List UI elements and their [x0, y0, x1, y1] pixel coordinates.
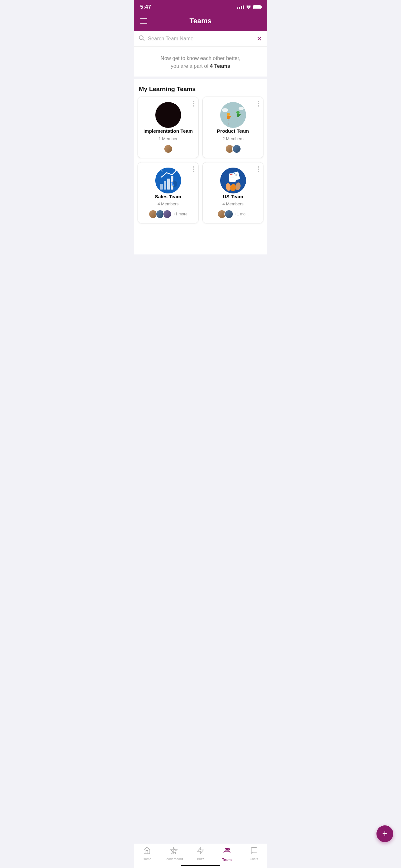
section-header: My Learning Teams — [134, 79, 267, 97]
team-name-us: US Team — [207, 193, 259, 200]
team-members-product: 2 Members — [207, 136, 259, 141]
app-header: Teams — [134, 13, 267, 31]
team-card-implementation[interactable]: Implementation Team 1 Member — [137, 97, 198, 158]
svg-rect-8 — [237, 114, 239, 117]
card-menu-implementation[interactable] — [193, 101, 194, 106]
status-bar: 5:47 — [134, 0, 267, 13]
team-card-us[interactable]: US Team 4 Members +1 mo... — [203, 162, 264, 224]
svg-point-0 — [140, 35, 143, 39]
search-input[interactable] — [148, 36, 257, 42]
section-title: My Learning Teams — [139, 86, 196, 92]
member-avatar — [224, 210, 234, 219]
teams-grid: Implementation Team 1 Member — [134, 97, 267, 228]
svg-point-3 — [222, 108, 228, 112]
member-avatar — [232, 144, 241, 153]
card-menu-sales[interactable] — [193, 166, 194, 172]
svg-rect-13 — [164, 181, 166, 190]
svg-point-4 — [239, 107, 244, 110]
status-time: 5:47 — [140, 4, 151, 10]
svg-text:LES: LES — [157, 169, 163, 173]
svg-rect-23 — [230, 175, 233, 175]
team-card-product[interactable]: Product Team 2 Members — [203, 97, 264, 158]
svg-point-7 — [236, 111, 240, 114]
svg-point-5 — [227, 113, 230, 116]
member-avatars-implementation — [142, 144, 194, 153]
member-avatars-product — [207, 144, 259, 153]
teams-count: 4 Teams — [210, 63, 230, 69]
team-name-implementation: Implementation Team — [142, 128, 194, 134]
card-menu-product[interactable] — [258, 101, 259, 106]
team-card-sales[interactable]: LES Sales Team 4 Members +1 more — [137, 162, 198, 224]
svg-rect-14 — [167, 179, 170, 190]
card-menu-us[interactable] — [258, 166, 259, 172]
svg-rect-26 — [230, 178, 235, 178]
team-avatar-sales: LES — [155, 167, 181, 193]
search-icon — [139, 35, 145, 42]
status-icons — [237, 4, 261, 10]
svg-point-18 — [171, 181, 177, 187]
subtitle-text: Now get to know each other better, you a… — [140, 55, 261, 70]
team-members-sales: 4 Members — [142, 202, 194, 206]
team-name-sales: Sales Team — [142, 193, 194, 200]
subtitle-section: Now get to know each other better, you a… — [134, 47, 267, 79]
menu-button[interactable] — [140, 19, 147, 24]
team-avatar-us — [220, 167, 246, 193]
svg-rect-2 — [220, 102, 246, 128]
search-bar: ✕ — [134, 31, 267, 47]
signal-icon — [237, 5, 244, 9]
team-avatar-product — [220, 102, 246, 128]
member-avatar — [163, 210, 172, 219]
member-avatars-us: +1 mo... — [207, 210, 259, 219]
svg-rect-25 — [230, 177, 234, 177]
member-avatar — [164, 144, 173, 153]
page-title: Teams — [189, 17, 212, 25]
clear-search-button[interactable]: ✕ — [257, 35, 262, 42]
svg-rect-6 — [227, 116, 229, 119]
main-content: ✕ Now get to know each other better, you… — [134, 31, 267, 254]
member-avatars-sales: +1 more — [142, 210, 194, 219]
team-members-implementation: 1 Member — [142, 136, 194, 141]
wifi-icon — [246, 4, 251, 10]
svg-rect-12 — [160, 184, 163, 190]
svg-line-1 — [143, 39, 144, 41]
battery-icon — [253, 5, 261, 9]
more-count-us: +1 mo... — [235, 212, 249, 216]
team-members-us: 4 Members — [207, 202, 259, 206]
team-name-product: Product Team — [207, 128, 259, 134]
team-avatar-implementation — [155, 102, 181, 128]
more-count-sales: +1 more — [173, 212, 187, 216]
